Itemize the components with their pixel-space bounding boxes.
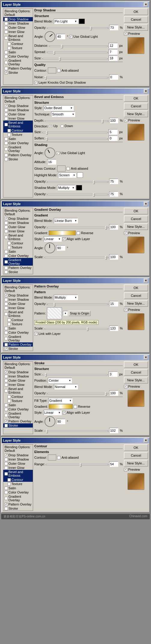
blend-mode-color-1[interactable] [79,19,85,24]
pattern-preview-4[interactable] [47,307,62,319]
so-thumb-2[interactable] [93,193,95,197]
cb-be-2[interactable] [5,123,8,126]
technique-select-2[interactable]: Smooth ▼ [51,112,75,117]
size-thumb-5[interactable] [45,373,47,377]
preview-cb-4[interactable] [124,308,127,312]
cb-po-2[interactable] [5,154,8,157]
cb-gradient-overlay-1[interactable] [5,61,8,64]
layer-knocks-cb-1[interactable] [34,81,38,84]
contour-preview-6[interactable] [48,455,56,461]
op-thumb-3[interactable] [105,226,107,230]
sb-co-6[interactable]: Color Overlay [3,490,33,494]
cb-satin-1[interactable] [5,51,8,54]
scale-input-4[interactable] [109,326,118,331]
cb-cnt-5[interactable] [8,395,11,398]
scale-thumb-3[interactable] [105,256,107,260]
sb-og-6[interactable]: Outer Glow [3,461,33,466]
size-slider-1[interactable] [42,57,108,59]
cancel-button-4[interactable]: Cancel [124,292,148,299]
bm-select-5[interactable]: Normal ▼ [54,384,78,389]
sidebar-item-inner-glow-1[interactable]: Inner Glow [3,30,33,34]
cb-is-2[interactable] [5,109,8,112]
cb-po-3[interactable] [5,266,8,270]
close-button-3[interactable]: ✕ [144,202,148,206]
op-slider-3[interactable] [47,226,108,228]
sb-str-4[interactable]: Stroke [3,347,33,351]
sidebar-item-inner-shadow-1[interactable]: Inner Shadow [3,21,33,25]
direction-up-radio-2[interactable] [49,124,52,128]
aa-cb-6[interactable] [57,456,60,459]
soften-input-2[interactable] [109,136,118,141]
cb-ds-4[interactable] [5,294,8,297]
sidebar-blending-1[interactable]: Blending Options: Default [3,9,33,17]
sidebar-blending-4[interactable]: Blending Options: Default [3,285,33,293]
sb-cnt-5[interactable]: Contour [3,395,33,399]
anti-alias-cb-1[interactable] [57,69,60,72]
ok-button-6[interactable]: OK [124,444,148,451]
sb-is-6[interactable]: Inner Shadow [3,457,33,461]
angle-input-5[interactable] [56,419,65,424]
shadow-opacity-slider-2[interactable] [47,193,108,195]
cb-color-overlay-1[interactable] [5,55,8,58]
cb-og-6[interactable] [5,462,8,465]
sb-be-3[interactable]: Bevel and Emboss [3,233,33,241]
angle-input-1[interactable] [56,34,65,39]
scale-thumb-5[interactable] [46,430,48,433]
cb-sat-4[interactable] [5,327,8,330]
spread-input-1[interactable] [109,49,118,55]
pos-select-5[interactable]: Center ▼ [48,378,72,383]
sb-str-5[interactable]: Stroke [3,423,33,428]
size-input-5[interactable] [109,371,118,377]
ho-input-2[interactable] [109,179,118,184]
cb-ig-3[interactable] [5,230,8,233]
noise-slider-1[interactable] [45,76,108,78]
sb-be-5[interactable]: Bevel and Emboss [3,387,33,395]
size-input-2[interactable] [109,129,118,135]
highlight-mode-select-2[interactable]: Screen ▼ [58,172,76,178]
size-thumb-2[interactable] [46,131,48,135]
sidebar-blending-2[interactable]: Blending Options: Default [3,95,33,104]
cb-be-5[interactable] [5,389,8,392]
ok-button-1[interactable]: OK [124,8,148,15]
cb-ig-4[interactable] [5,306,8,310]
cancel-button-6[interactable]: Cancel [124,452,148,459]
cb-sat-3[interactable] [5,250,8,253]
sidebar-satin-2[interactable]: Satin [3,137,33,141]
cb-go-3[interactable] [5,260,8,264]
grad-preview-3[interactable] [49,231,76,235]
shadow-mode-select-2[interactable]: Multiply ▼ [57,185,75,190]
cancel-button-2[interactable]: Cancel [124,103,148,109]
gloss-contour-preview-2[interactable] [57,165,66,171]
range-slider-6[interactable] [46,463,108,465]
sb-sat-4[interactable]: Satin [3,326,33,330]
sb-po-4[interactable]: Pattern Overlay [3,342,33,347]
bm-select-3[interactable]: Linear Burn ▼ [54,218,78,223]
altitude-input-2[interactable] [47,159,56,165]
highlight-opacity-slider-2[interactable] [47,180,108,183]
pattern-drop-4[interactable]: ▼ [63,311,68,316]
cb-is-6[interactable] [5,458,8,461]
cb-cnt-3[interactable] [8,242,11,245]
contour-preview-1[interactable] [48,67,56,73]
angle-dial-3[interactable] [45,243,55,253]
global-light-cb-1[interactable] [69,35,72,38]
size-thumb-1[interactable] [59,57,61,61]
scale-slider-3[interactable] [45,256,109,258]
cancel-button-3[interactable]: Cancel [124,216,148,222]
sidebar-item-stroke-1[interactable]: Stroke [3,70,33,75]
sb-tex-3[interactable]: Texture [3,245,33,249]
cb-be-3[interactable] [5,236,8,239]
sidebar-pattern-overlay-2[interactable]: Pattern Overlay [3,153,33,157]
cb-drop-shadow-1[interactable] [5,18,8,21]
cb-ig-6[interactable] [5,466,8,470]
direction-down-radio-2[interactable] [60,124,64,128]
sidebar-item-texture-1[interactable]: Texture [3,46,33,50]
sb-go-6[interactable]: Gradient Overlay [3,494,33,502]
cb-ds-2[interactable] [5,104,8,108]
cb-sat-2[interactable] [5,137,8,141]
preview-cb-2[interactable] [124,119,127,122]
ok-button-4[interactable]: OK [124,285,148,291]
sidebar-item-bevel-1[interactable]: Bevel and Emboss [3,34,33,42]
sidebar-color-overlay-2[interactable]: Color Overlay [3,141,33,145]
cancel-button-1[interactable]: Cancel [124,16,148,23]
